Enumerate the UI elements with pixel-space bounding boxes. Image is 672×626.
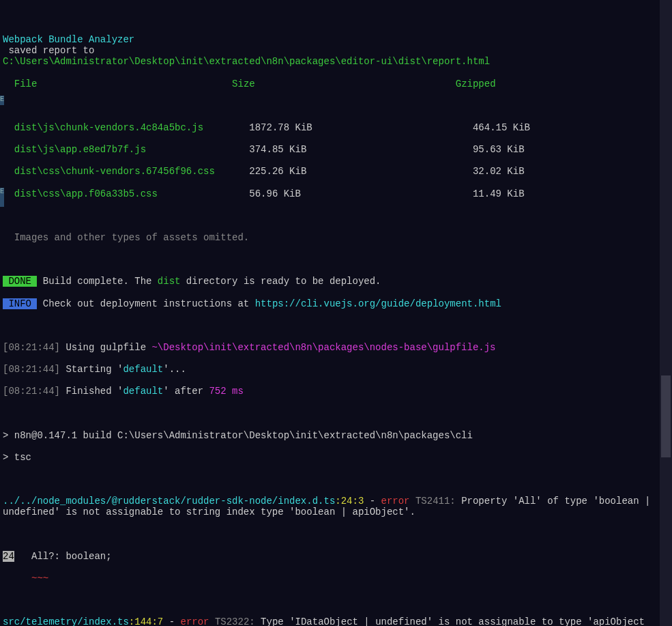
gulp-line: [08:21:44] Starting 'default'... <box>3 364 656 375</box>
squiggle: ~~~ <box>3 573 656 584</box>
blank-line <box>3 210 656 221</box>
blank-line <box>3 12 656 23</box>
blank-line <box>3 529 656 540</box>
text: saved report to <box>3 45 656 56</box>
window-left-edge: E E <box>0 0 4 626</box>
col-file: File Size Gzipped <box>3 79 656 89</box>
info-badge: INFO <box>3 298 37 309</box>
file-row: dist\js\app.e8ed7b7f.js 374.85 KiB 95.63… <box>3 144 656 155</box>
file-row: dist\css\app.f06a33b5.css 56.96 KiB 11.4… <box>3 188 656 199</box>
done-line: DONE Build complete. The dist directory … <box>3 276 656 287</box>
info-line: INFO Check out deployment instructions a… <box>3 298 656 309</box>
report-path: C:\Users\Administrator\Desktop\init\extr… <box>3 56 656 67</box>
line-number: 24 <box>3 551 14 562</box>
gulp-line: [08:21:44] Using gulpfile ~\Desktop\init… <box>3 342 656 353</box>
ts-error-header: ../../node_modules/@rudderstack/rudder-s… <box>3 496 656 517</box>
blank-line <box>3 254 656 265</box>
gulp-line: [08:21:44] Finished 'default' after 752 … <box>3 386 656 397</box>
done-badge: DONE <box>3 276 37 287</box>
file-row: dist\css\chunk-vendors.67456f96.css 225.… <box>3 166 656 177</box>
blank-line <box>3 474 656 485</box>
deployment-url[interactable]: https://cli.vuejs.org/guide/deployment.h… <box>255 298 501 309</box>
blank-line <box>3 595 656 606</box>
npm-cmd: > n8n@0.147.1 build C:\Users\Administrat… <box>3 430 656 441</box>
terminal-output[interactable]: Webpack Bundle Analyzer saved report to … <box>0 0 658 626</box>
code-snippet: 24 All?: boolean; <box>3 551 656 562</box>
assets-omitted: Images and other types of assets omitted… <box>3 232 656 243</box>
vertical-scrollbar[interactable] <box>660 0 672 626</box>
npm-cmd: > tsc <box>3 452 656 463</box>
ts-error-header: src/telemetry/index.ts:144:7 - error TS2… <box>3 616 656 626</box>
blank-line <box>3 408 656 418</box>
scrollbar-thumb[interactable] <box>661 375 671 457</box>
file-row: dist\js\chunk-vendors.4c84a5bc.js 1872.7… <box>3 122 656 133</box>
webpack-analyzer-label: Webpack Bundle Analyzer <box>3 34 656 45</box>
blank-line <box>3 100 656 111</box>
blank-line <box>3 320 656 331</box>
